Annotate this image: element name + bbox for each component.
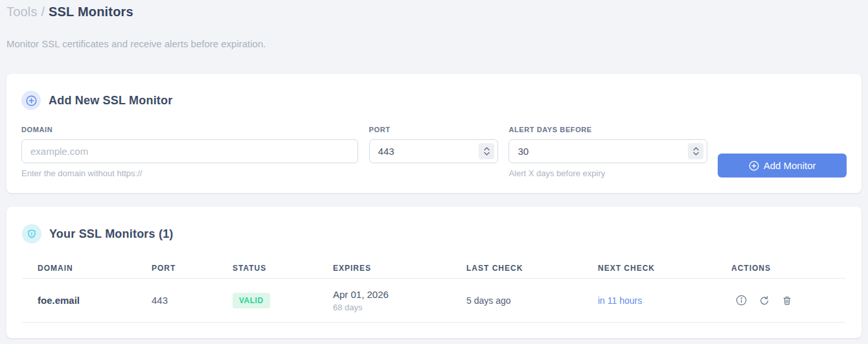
ssl-monitors-page: Tools / SSL Monitors Monitor SSL certifi…	[0, 0, 868, 344]
cell-status: VALID	[233, 293, 333, 308]
cell-port: 443	[152, 295, 233, 306]
add-monitor-button[interactable]: Add Monitor	[718, 154, 847, 178]
domain-helper: Enter the domain without https://	[21, 168, 358, 178]
header-status: STATUS	[233, 264, 333, 273]
add-monitor-title: Add New SSL Monitor	[49, 94, 172, 108]
alert-days-field-group: ALERT DAYS BEFORE Alert X days before ex…	[508, 126, 707, 178]
header-last-check: LAST CHECK	[466, 264, 598, 273]
domain-input[interactable]	[21, 139, 358, 163]
refresh-icon[interactable]	[758, 294, 771, 307]
monitors-table: DOMAIN PORT STATUS EXPIRES LAST CHECK NE…	[22, 258, 846, 323]
page-subtitle: Monitor SSL certificates and receive ale…	[0, 38, 868, 49]
circle-plus-icon	[21, 91, 41, 110]
cell-expires: Apr 01, 2026 68 days	[333, 289, 466, 312]
alert-days-input[interactable]	[508, 139, 707, 163]
expires-date: Apr 01, 2026	[333, 289, 466, 300]
monitors-card: Your SSL Monitors (1) DOMAIN PORT STATUS…	[6, 207, 862, 338]
status-badge: VALID	[233, 293, 270, 308]
header-next-check: NEXT CHECK	[598, 264, 731, 273]
trash-icon[interactable]	[781, 294, 794, 307]
header-expires: EXPIRES	[333, 264, 466, 273]
port-field-group: PORT	[369, 126, 499, 163]
cell-last-check: 5 days ago	[466, 295, 598, 306]
alert-days-label: ALERT DAYS BEFORE	[508, 126, 707, 133]
table-row: foe.email 443 VALID Apr 01, 2026 68 days…	[22, 279, 846, 323]
domain-field-group: DOMAIN Enter the domain without https://	[21, 126, 358, 178]
add-monitor-card: Add New SSL Monitor DOMAIN Enter the dom…	[6, 74, 862, 193]
cell-domain: foe.email	[22, 295, 152, 306]
header-domain: DOMAIN	[22, 264, 152, 273]
add-monitor-form: DOMAIN Enter the domain without https://…	[21, 126, 847, 178]
monitors-title: Your SSL Monitors (1)	[49, 227, 174, 241]
circle-plus-icon	[749, 161, 759, 171]
page-title: SSL Monitors	[49, 5, 133, 19]
add-monitor-header: Add New SSL Monitor	[21, 91, 847, 110]
breadcrumb-section[interactable]: Tools	[6, 5, 38, 19]
shield-icon	[22, 224, 41, 244]
table-header-row: DOMAIN PORT STATUS EXPIRES LAST CHECK NE…	[22, 258, 846, 279]
monitors-header: Your SSL Monitors (1)	[22, 224, 846, 244]
header-port: PORT	[152, 264, 233, 273]
expires-days-remaining: 68 days	[333, 303, 466, 312]
cell-next-check: in 11 hours	[598, 295, 731, 306]
header-actions: ACTIONS	[731, 264, 846, 273]
port-stepper[interactable]	[479, 143, 494, 159]
cell-actions	[731, 293, 846, 307]
alert-days-helper: Alert X days before expiry	[508, 168, 707, 178]
breadcrumb-separator: /	[41, 5, 45, 19]
domain-label: DOMAIN	[21, 126, 358, 133]
alert-days-stepper[interactable]	[688, 143, 703, 159]
add-monitor-button-label: Add Monitor	[764, 160, 816, 171]
breadcrumb: Tools / SSL Monitors	[0, 0, 868, 19]
info-icon[interactable]	[735, 293, 748, 307]
port-label: PORT	[369, 126, 499, 133]
